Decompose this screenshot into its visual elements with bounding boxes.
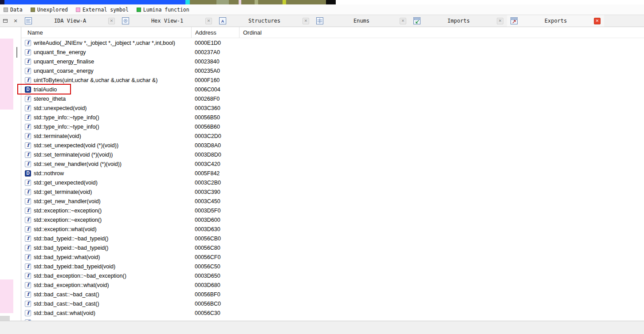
cell-address: 0003C360 [191, 105, 239, 111]
table-row[interactable]: fwriteAudio(_JNIEnv *,_jobject *,_jobjec… [21, 38, 644, 47]
table-row[interactable]: fstd::type_info::~type_info()00056B60 [21, 122, 644, 131]
cell-name: f [21, 319, 191, 321]
legend-label: Data [10, 7, 23, 13]
table-row[interactable]: Dstd::nothrow0005F842 [21, 169, 644, 178]
table-row[interactable]: DtrialAudio0006C004 [21, 85, 644, 94]
table-row[interactable]: fstd::set_terminate(void (*)(void))0003D… [21, 150, 644, 159]
navband-segment[interactable] [229, 0, 239, 4]
tab-hex-view-1[interactable]: Hex View-1✕ [118, 15, 216, 27]
ida-view-icon [25, 17, 32, 24]
table-row[interactable]: funquant_fine_energy000237A0 [21, 47, 644, 57]
function-icon: f [25, 77, 31, 83]
cell-address: 0003D630 [191, 226, 239, 232]
tab-exports[interactable]: Exports✕ [507, 15, 604, 27]
cell-name: fstereo_itheta [21, 96, 191, 102]
table-row[interactable]: funquant_energy_finalise00023840 [21, 57, 644, 66]
table-row[interactable]: fstd::bad_cast::what(void)00056C30 [21, 308, 644, 318]
table-row[interactable]: funquant_coarse_energy000235A0 [21, 66, 644, 75]
table-row[interactable]: fstd::get_terminate(void)0003C390 [21, 187, 644, 196]
function-icon: f [25, 114, 31, 121]
close-window-icon[interactable]: ✕ [12, 18, 19, 24]
export-name: std::set_unexpected(void (*)(void)) [34, 142, 118, 149]
navigator-band[interactable] [0, 0, 644, 4]
float-window-icon[interactable] [2, 18, 8, 24]
navband-segment[interactable] [258, 0, 283, 4]
navband-segment[interactable] [336, 0, 644, 4]
function-icon: f [25, 263, 31, 270]
table-row[interactable]: fstd::get_new_handler(void)0003C450 [21, 196, 644, 206]
table-row[interactable]: fuintToBytes(uint,uchar &,uchar &,uchar … [21, 75, 644, 85]
export-name: unquant_coarse_energy [34, 68, 94, 74]
navband-segment[interactable] [190, 0, 216, 4]
navband-segment[interactable] [216, 0, 229, 4]
navband-segment[interactable] [185, 0, 190, 4]
tab-structures[interactable]: AStructures✕ [216, 15, 313, 27]
tab-label: Hex View-1 [132, 18, 203, 24]
table-row[interactable]: fstd::exception::~exception()0003D600 [21, 215, 644, 224]
table-row[interactable]: fstd::set_unexpected(void (*)(void))0003… [21, 141, 644, 150]
tab-close-icon[interactable]: ✕ [400, 18, 406, 24]
navband-segment[interactable] [286, 0, 326, 4]
tab-strip: IDA View-A✕Hex View-1✕AStructures✕Enums✕… [21, 15, 644, 27]
cell-address: 000237A0 [191, 49, 239, 55]
navband-segment[interactable] [326, 0, 336, 4]
tab-close-icon[interactable]: ✕ [497, 18, 503, 24]
table-row[interactable]: fstd::bad_exception::~bad_exception()000… [21, 271, 644, 280]
export-name: std::get_new_handler(void) [34, 198, 101, 204]
navband-segment[interactable] [0, 0, 4, 4]
table-row[interactable]: fstd::exception::~exception()0003D5F0 [21, 206, 644, 215]
export-name: writeAudio(_JNIEnv *,_jobject *,_jobject… [34, 40, 175, 46]
table-row[interactable]: fstd::type_info::~type_info()00056B50 [21, 113, 644, 122]
navband-segment[interactable] [4, 0, 185, 4]
function-icon: f [25, 105, 31, 111]
export-name: trialAudio [34, 86, 57, 93]
tab-label: IDA View-A [35, 18, 106, 24]
column-header-name[interactable]: Name [21, 27, 191, 38]
function-icon: f [25, 124, 31, 130]
column-header-address[interactable]: Address [191, 27, 239, 38]
table-row[interactable]: fstd::set_new_handler(void (*)(void))000… [21, 159, 644, 169]
lumina-function-swatch [137, 8, 141, 12]
navband-segment[interactable] [283, 0, 286, 4]
function-icon: f [25, 301, 31, 307]
tab-label: Imports [423, 18, 494, 24]
table-row[interactable]: fstereo_itheta000268F0 [21, 94, 644, 103]
splitter-handle[interactable] [16, 47, 17, 58]
tab-enums[interactable]: Enums✕ [313, 15, 410, 27]
function-icon: f [25, 208, 31, 214]
external-symbol-swatch [76, 8, 80, 12]
cell-address: 000235A0 [191, 68, 239, 74]
table-row[interactable]: fstd::bad_typeid::~bad_typeid()00056CB0 [21, 234, 644, 243]
cell-name: Dstd::nothrow [21, 170, 191, 177]
table-row[interactable]: fstd::terminate(void)0003C2D0 [21, 131, 644, 141]
table-row[interactable]: fstd::exception::what(void)0003D630 [21, 224, 644, 234]
table-row[interactable]: fstd::bad_typeid::what(void)00056CF0 [21, 252, 644, 262]
enums-icon [316, 17, 323, 24]
table-row[interactable]: fstd::bad_cast::~bad_cast()00056BF0 [21, 290, 644, 299]
navband-segment[interactable] [241, 0, 255, 4]
left-strip-block-3 [0, 316, 10, 321]
table-row[interactable]: fstd::bad_cast::~bad_cast()00056BC0 [21, 299, 644, 308]
tab-imports[interactable]: Imports✕ [410, 15, 507, 27]
cell-address: 0003D8D0 [191, 152, 239, 158]
table-row[interactable]: fstd::unexpected(void)0003C360 [21, 103, 644, 113]
tab-close-icon[interactable]: ✕ [108, 18, 115, 24]
function-icon: f [25, 226, 31, 232]
function-icon: f [25, 236, 31, 242]
table-row[interactable]: fstd::bad_exception::what(void)0003D680 [21, 280, 644, 290]
tab-bar: ✕ IDA View-A✕Hex View-1✕AStructures✕Enum… [0, 15, 644, 27]
table-row[interactable]: f [21, 318, 644, 321]
cell-name: fstd::bad_typeid::~bad_typeid() [21, 236, 191, 242]
cell-name: fstd::bad_typeid::~bad_typeid() [21, 245, 191, 251]
column-header-ordinal[interactable]: Ordinal [239, 27, 644, 38]
tab-close-icon[interactable]: ✕ [302, 18, 309, 24]
table-row[interactable]: fstd::bad_typeid::bad_typeid(void)00056C… [21, 262, 644, 271]
table-row[interactable]: fstd::get_unexpected(void)0003C2B0 [21, 178, 644, 187]
navband-segment[interactable] [255, 0, 258, 4]
tab-close-icon[interactable]: ✕ [205, 18, 212, 24]
table-row[interactable]: fstd::bad_typeid::~bad_typeid()00056C80 [21, 243, 644, 252]
tab-ida-view-a[interactable]: IDA View-A✕ [21, 15, 118, 27]
legend-label: Unexplored [37, 7, 68, 13]
left-strip-block-2 [0, 279, 13, 313]
tab-close-icon[interactable]: ✕ [594, 18, 601, 24]
